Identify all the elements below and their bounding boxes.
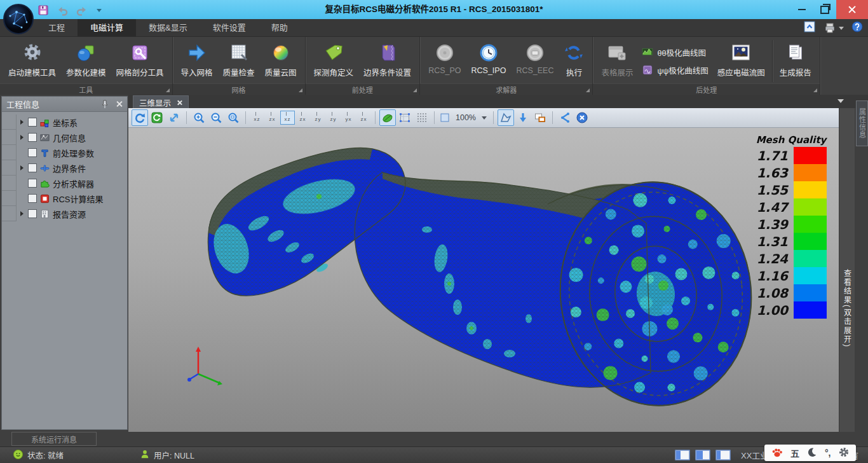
tab-properties[interactable]: 属性信息 — [856, 100, 868, 146]
view-orientation-button-7[interactable]: yx — [341, 111, 356, 125]
ime-moon-icon[interactable] — [806, 446, 818, 460]
collapse-ribbon-icon[interactable] — [804, 21, 815, 35]
layout-split-right-icon[interactable] — [715, 449, 731, 461]
orbit-button[interactable] — [149, 109, 165, 126]
view-orientation-button-5[interactable]: zy — [311, 111, 325, 125]
ribbon-button-2-2[interactable]: 质量检查 — [218, 39, 260, 83]
zoom-percent-dropdown-icon[interactable] — [482, 116, 487, 120]
ribbon-small-button-5-2-2[interactable]: ψψ极化曲线图 — [642, 64, 708, 76]
results-sidebar[interactable]: 查看结果(双击展开) — [839, 108, 855, 432]
panel-close-icon[interactable] — [116, 100, 123, 107]
expander-icon[interactable] — [17, 120, 27, 125]
redo-icon[interactable] — [75, 4, 88, 17]
tree-item-1[interactable]: 坐标系 — [2, 114, 127, 130]
save-icon[interactable] — [37, 4, 50, 17]
menu-tab-1[interactable]: 工程 — [36, 19, 78, 36]
tree-item-6[interactable]: RCS计算结果 — [2, 191, 127, 206]
screenshot-down-button[interactable] — [515, 109, 531, 126]
zoom-window-button[interactable] — [225, 109, 241, 126]
ime-gear-icon[interactable] — [838, 446, 850, 460]
ribbon-button-2-1[interactable]: 导入网格 — [176, 39, 218, 83]
menu-tab-5[interactable]: 帮助 — [259, 19, 301, 36]
minimize-button[interactable] — [790, 0, 813, 19]
view-orientation-button-2[interactable]: zx — [265, 111, 280, 125]
shaded-view-button[interactable] — [379, 109, 396, 126]
menu-tab-4[interactable]: 软件设置 — [200, 19, 259, 36]
ribbon-button-2-3[interactable]: 质量云图 — [260, 39, 302, 83]
ribbon-button-3-1[interactable]: 探测角定义 — [309, 39, 359, 83]
restore-button[interactable] — [813, 0, 836, 19]
close-button[interactable] — [836, 0, 868, 19]
quick-access-dropdown-icon[interactable] — [97, 9, 102, 12]
expander-icon[interactable] — [17, 135, 27, 140]
layout-split-left-icon[interactable] — [675, 449, 690, 461]
wireframe-view-button[interactable] — [397, 109, 413, 126]
ime-paw-icon[interactable] — [771, 446, 783, 460]
ribbon-small-button-5-2-1[interactable]: θθ极化曲线图 — [642, 46, 708, 59]
tree-item-7[interactable]: 报告资源 — [2, 206, 127, 221]
checkbox[interactable] — [28, 163, 37, 172]
pick-region-button[interactable] — [498, 109, 514, 126]
device-dropdown-icon[interactable] — [823, 22, 844, 34]
tab-system-messages[interactable]: 系统运行消息 — [11, 432, 97, 446]
undo-icon[interactable] — [56, 4, 69, 17]
view-orientation-button-3[interactable]: xz — [280, 111, 295, 125]
menu-tab-2[interactable]: 电磁计算 — [78, 19, 136, 36]
chevron-down-icon[interactable] — [837, 99, 844, 103]
points-view-button[interactable] — [414, 109, 430, 126]
view-orientation-button-8[interactable]: zx — [356, 111, 371, 125]
pin-icon[interactable] — [100, 100, 109, 109]
ribbon-button-1-1[interactable]: 启动建模工具 — [3, 39, 61, 83]
ribbon-separator — [772, 40, 773, 82]
tree-item-2[interactable]: 几何信息 — [2, 130, 127, 145]
checkbox[interactable] — [28, 209, 37, 218]
checkbox[interactable] — [28, 133, 37, 142]
expander-icon[interactable] — [17, 211, 27, 216]
project-tree: 坐标系 几何信息 前处理参数 边界条件 分析求解器 RCS计算结果 报告资源 — [2, 112, 127, 221]
legend-swatch — [794, 181, 827, 198]
export-image-button[interactable] — [532, 109, 548, 126]
ribbon-button-3-2[interactable]: 边界条件设置 — [358, 39, 416, 83]
ribbon-button-4-4[interactable]: 执行 — [559, 39, 589, 83]
menu-bar: 工程电磁计算数据&显示软件设置帮助 — [0, 19, 868, 37]
menu-tab-3[interactable]: 数据&显示 — [136, 19, 200, 36]
share-view-button[interactable] — [557, 109, 573, 126]
fit-view-button[interactable] — [166, 109, 182, 126]
ribbon-button-4-2[interactable]: RCS_IPO — [466, 39, 512, 83]
ribbon-button-5-5[interactable]: 生成报告 — [775, 39, 817, 83]
ime-punct-label[interactable]: °, — [825, 448, 831, 458]
tab-3d-view[interactable]: 三维显示 — [133, 95, 189, 109]
checkbox[interactable] — [28, 179, 37, 188]
tree-item-3[interactable]: 前处理参数 — [2, 145, 127, 160]
app-logo[interactable] — [3, 3, 34, 35]
checkbox[interactable] — [28, 194, 37, 203]
view-orientation-button-6[interactable]: zy — [326, 111, 341, 125]
checkbox[interactable] — [28, 148, 37, 157]
title-bar: 复杂目标RCS电磁分析软件2015 R1 - RCS_2015031801* — [0, 0, 868, 19]
toolbar-separator — [375, 111, 376, 124]
ribbon-button-1-2[interactable]: 参数化建模 — [61, 39, 111, 83]
view-orientation-button-1[interactable]: xz — [250, 111, 264, 125]
tree-item-4[interactable]: 边界条件 — [2, 160, 127, 176]
tab-close-icon[interactable] — [177, 100, 182, 106]
zoom-out-button[interactable] — [208, 109, 224, 126]
expander-icon[interactable] — [17, 165, 27, 170]
clear-view-button[interactable] — [574, 109, 590, 126]
ribbon-button-1-3[interactable]: 网格剖分工具 — [111, 39, 169, 83]
ime-wubi-label[interactable]: 五 — [790, 446, 799, 459]
layout-split-center-icon[interactable] — [695, 449, 710, 461]
view-orientation-button-4[interactable]: zx — [295, 111, 310, 125]
ribbon-button-4-3: RCS_EEC — [511, 39, 559, 83]
rotate-button[interactable] — [132, 109, 148, 126]
ime-toolbar[interactable]: 五 °, — [764, 445, 856, 461]
zoom-in-button[interactable] — [191, 109, 207, 126]
rcs-ipo-icon — [478, 41, 499, 64]
user-text: 用户: NULL — [154, 449, 194, 461]
zoom-percent-value[interactable]: 100% — [456, 113, 476, 122]
help-icon[interactable] — [851, 21, 863, 35]
window-title: 复杂目标RCS电磁分析软件2015 R1 - RCS_2015031801* — [0, 0, 868, 19]
3d-viewport[interactable]: Mesh Quality 1.711.631.551.471.391.311.2… — [128, 128, 839, 432]
checkbox[interactable] — [28, 118, 37, 127]
tree-item-5[interactable]: 分析求解器 — [2, 176, 127, 191]
ribbon-button-5-3[interactable]: 感应电磁流图 — [712, 39, 770, 83]
